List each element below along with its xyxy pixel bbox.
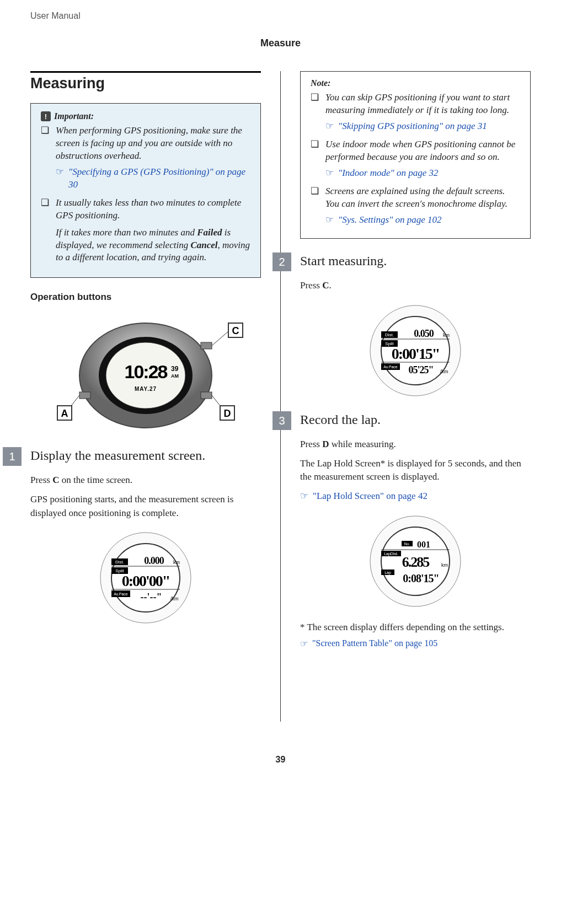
pointing-hand-icon: ☞ [300, 638, 308, 649]
svg-rect-3 [79, 392, 90, 399]
watch-time: 10:28 [125, 361, 168, 382]
xref-text: "Lap Hold Screen" on page 42 [313, 490, 428, 503]
pointing-hand-icon: ☞ [300, 490, 308, 503]
xref-text: "Skipping GPS positioning" on page 31 [338, 120, 487, 133]
step-1-body: Press C on the time screen. GPS position… [30, 474, 261, 520]
xref-link[interactable]: ☞"Screen Pattern Table" on page 105 [300, 638, 531, 649]
xref-text: "Specifying a GPS (GPS Positioning)" on … [68, 166, 250, 191]
lap-value: 0:08'15" [403, 572, 439, 584]
no-value: 001 [417, 540, 430, 549]
step-3-header: 3 Record the lap. [273, 411, 531, 430]
button-d-label: D [224, 408, 231, 419]
watch-sec: 39 [171, 365, 179, 373]
lapdist-unit: km [441, 562, 448, 568]
important-item-text: It usually takes less than two minutes t… [56, 197, 241, 221]
pointing-hand-icon: ☞ [325, 167, 334, 180]
left-column: Measuring ! Important: When performing G… [30, 71, 281, 722]
step-2-body: Press C. [300, 279, 531, 293]
svg-line-6 [212, 331, 228, 346]
step-body-text: GPS positioning starts, and the measurem… [30, 493, 261, 520]
important-para: If it takes more than two minutes and Fa… [56, 227, 250, 265]
lapdist-value: 6.285 [402, 554, 430, 570]
note-item-text: You can skip GPS positioning if you want… [325, 92, 510, 115]
page-title: Measure [30, 37, 531, 49]
dist-unit: km [173, 560, 180, 565]
pointing-hand-icon: ☞ [56, 166, 64, 179]
step-number-badge: 3 [273, 411, 291, 430]
step-title: Display the measurement screen. [30, 447, 205, 463]
screen-figure-1: Dist. 0.000 km Split 0:00'00" Av.Pace --… [30, 531, 261, 625]
split-value: 0:00'00" [122, 572, 170, 589]
svg-line-8 [71, 395, 79, 406]
bold-word: Failed [197, 227, 222, 238]
note-item: Screens are explained using the default … [311, 185, 520, 227]
lapdist-label: LapDist. [384, 552, 398, 556]
xref-text: "Screen Pattern Table" on page 105 [312, 638, 437, 648]
pace-value: --'--" [141, 592, 162, 603]
dist-value: 0.000 [144, 555, 164, 566]
pointing-hand-icon: ☞ [325, 214, 334, 227]
button-ref: C [322, 280, 329, 291]
dist-label: Dist. [115, 560, 124, 565]
lap-label: Lap [384, 571, 391, 575]
operation-buttons-title: Operation buttons [30, 292, 261, 303]
watch-date: MAY.27 [135, 386, 157, 392]
note-list: You can skip GPS positioning if you want… [311, 92, 520, 226]
important-item: When performing GPS positioning, make su… [41, 125, 250, 191]
xref-text: "Indoor mode" on page 32 [338, 167, 438, 180]
watch-ampm: AM [171, 373, 179, 379]
step-1-header: 1 Display the measurement screen. [3, 447, 261, 466]
important-list: When performing GPS positioning, make su… [41, 125, 250, 264]
bold-word: Cancel [190, 240, 217, 250]
step-body-text: The Lap Hold Screen* is displayed for 5 … [300, 457, 531, 484]
important-item-text: When performing GPS positioning, make su… [56, 125, 242, 161]
pace-unit: /km [170, 596, 179, 601]
pointing-hand-icon: ☞ [325, 120, 334, 133]
important-label: Important: [54, 111, 94, 121]
exclamation-icon: ! [41, 111, 51, 121]
button-ref: C [52, 475, 59, 485]
note-item-text: Use indoor mode when GPS positioning can… [325, 139, 515, 162]
right-column: Note: You can skip GPS positioning if yo… [300, 71, 531, 722]
section-title: Measuring [30, 71, 261, 92]
svg-line-10 [212, 395, 220, 406]
step-number-badge: 1 [3, 447, 22, 466]
svg-rect-5 [201, 342, 212, 349]
step-3-body: Press D while measuring. The Lap Hold Sc… [300, 438, 531, 503]
no-label: No. [404, 542, 410, 546]
button-a-label: A [61, 408, 68, 419]
note-item-text: Screens are explained using the default … [325, 186, 507, 209]
footnote-text: * The screen display differs depending o… [300, 622, 531, 633]
step-2-header: 2 Start measuring. [273, 253, 531, 271]
pace-unit: /km [440, 369, 448, 374]
note-item: Use indoor mode when GPS positioning can… [311, 138, 520, 180]
watch-figure: 10:28 39 AM MAY.27 C A D [30, 309, 261, 431]
two-column-layout: Measuring ! Important: When performing G… [30, 71, 531, 722]
button-ref: D [322, 439, 329, 449]
xref-link[interactable]: ☞ "Specifying a GPS (GPS Positioning)" o… [56, 166, 250, 191]
dist-label: Dist. [385, 332, 394, 337]
pace-value: 05'25" [409, 364, 434, 375]
screen-figure-2: Dist. 0.050 km Split 0:00'15" Av.Pace 05… [300, 304, 531, 397]
xref-link[interactable]: ☞"Lap Hold Screen" on page 42 [300, 490, 531, 503]
step-title: Record the lap. [300, 411, 381, 427]
split-value: 0:00'15" [392, 345, 440, 362]
page-number: 39 [30, 755, 531, 765]
xref-link[interactable]: ☞"Skipping GPS positioning" on page 31 [325, 120, 520, 133]
dist-unit: km [443, 332, 450, 338]
button-c-label: C [232, 325, 239, 336]
important-box: ! Important: When performing GPS positio… [30, 103, 261, 278]
doc-header: User Manual [30, 11, 531, 21]
pace-label: Av.Pace [114, 592, 128, 596]
note-item: You can skip GPS positioning if you want… [311, 92, 520, 133]
screen-figure-3: No. 001 LapDist. 6.285 km Lap 0:08'15" [300, 514, 531, 608]
xref-text: "Sys. Settings" on page 102 [338, 214, 442, 227]
dist-value: 0.050 [414, 328, 434, 339]
step-number-badge: 2 [273, 253, 291, 271]
step-title: Start measuring. [300, 253, 387, 268]
note-box: Note: You can skip GPS positioning if yo… [300, 71, 531, 239]
xref-link[interactable]: ☞"Sys. Settings" on page 102 [325, 214, 520, 227]
pace-label: Av.Pace [383, 365, 398, 369]
xref-link[interactable]: ☞"Indoor mode" on page 32 [325, 167, 520, 180]
note-title: Note: [311, 78, 520, 88]
